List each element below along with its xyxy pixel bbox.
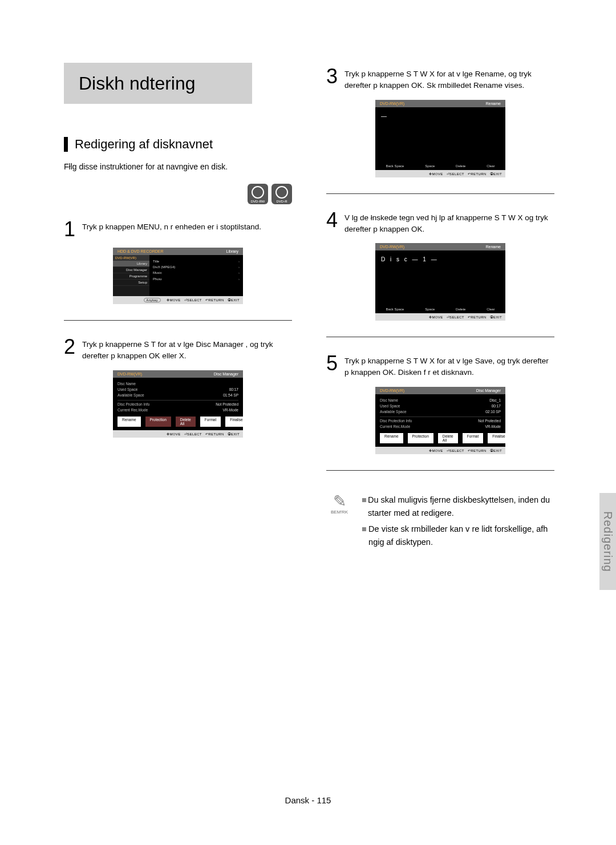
osd-disc-manager-screenshot: DVD-RW(VR)Disc Manager Disc Name Used Sp… <box>113 370 243 438</box>
step-2-number: 2 <box>64 337 75 357</box>
step-4-text: V lg de łnskede tegn ved hj lp af knappe… <box>345 210 554 236</box>
step-3-text: Tryk p knapperne S T W X for at v lge Re… <box>345 66 554 92</box>
step-1-text: Tryk p knappen MENU, n r enheden er i st… <box>82 219 261 233</box>
osd-rename-typed-screenshot: DVD-RW(VR)Rename D i s c — 1 — Back Spac… <box>375 243 505 321</box>
step-2-text: Tryk p knapperne S T for at v lge Disc M… <box>82 337 292 362</box>
step-4-number: 4 <box>326 210 338 231</box>
step-3-number: 3 <box>326 66 338 87</box>
page-number: Dansk - 115 <box>0 795 616 805</box>
note-icon: ✎ <box>326 494 352 510</box>
disc-icon-dvd-r: DVD-R <box>271 184 292 204</box>
step-5-number: 5 <box>326 353 338 374</box>
section-marker <box>64 137 68 152</box>
disc-icon-dvd-rw: DVD-RW <box>248 184 268 204</box>
section-title: Redigering af disknavnet <box>75 137 213 152</box>
step-5-text: Tryk p knapperne S T W X for at v lge Sa… <box>345 353 554 379</box>
note-label: BEM'RK <box>326 510 352 515</box>
page-title: Diskh ndtering <box>64 63 252 104</box>
section-intro: Fłlg disse instruktioner for at navngive… <box>64 162 292 171</box>
osd-disc-manager-saved-screenshot: DVD-RW(VR)Disc Manager Disc NameDisc_1 U… <box>375 387 505 455</box>
step-1-number: 1 <box>64 219 75 240</box>
side-tab: Redigering <box>599 493 616 590</box>
osd-library-screenshot: HDD & DVD RECORDERLibrary DVD-RW(VR) Lib… <box>113 248 243 304</box>
osd-rename-blank-screenshot: DVD-RW(VR)Rename — Back SpaceSpaceDelete… <box>375 100 505 177</box>
note-2: De viste sk rmbilleder kan v re lidt for… <box>368 523 554 548</box>
note-1: Du skal muligvis fjerne diskbeskyttelsen… <box>368 494 554 519</box>
